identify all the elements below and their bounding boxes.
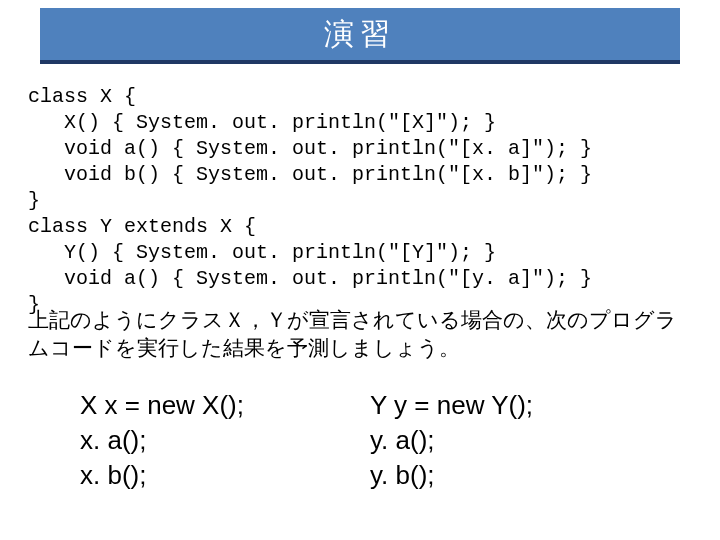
example-snippets: X x = new X(); x. a(); x. b(); Y y = new… [80, 388, 680, 493]
instruction-text: 上記のようにクラスＸ，Ｙが宣言されている場合の、次のプログラムコードを実行した結… [28, 306, 692, 363]
slide-title: 演習 [324, 14, 396, 55]
snippet-y: Y y = new Y(); y. a(); y. b(); [370, 388, 680, 493]
snippet-x: X x = new X(); x. a(); x. b(); [80, 388, 370, 493]
slide: 演習 class X { X() { System. out. println(… [0, 0, 720, 540]
class-definitions-code: class X { X() { System. out. println("[X… [28, 84, 692, 318]
title-band: 演習 [40, 8, 680, 64]
